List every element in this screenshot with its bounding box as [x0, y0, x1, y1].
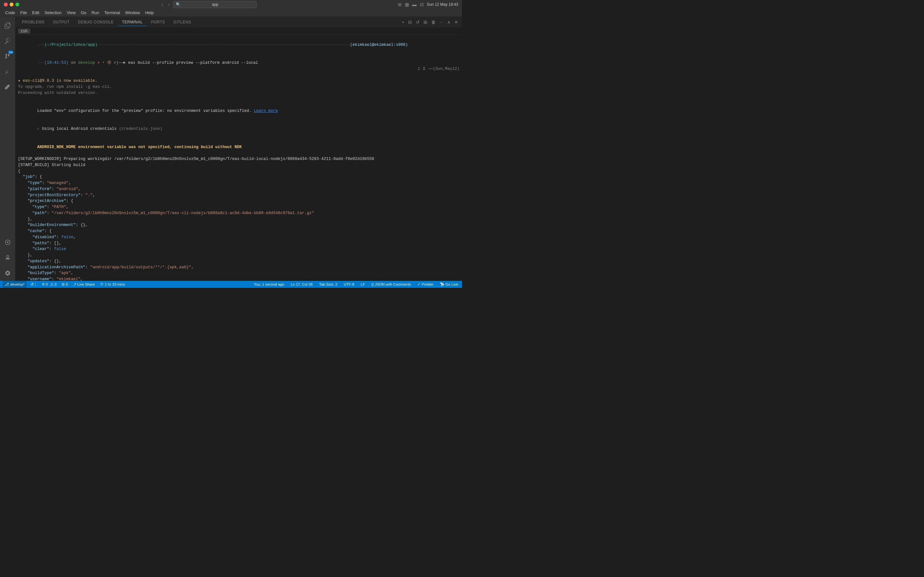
- tab-ports[interactable]: PORTS: [147, 19, 169, 26]
- toggle-panel-button[interactable]: ⊞: [422, 19, 429, 25]
- traffic-lights: [4, 3, 19, 6]
- terminal-json-disabled: "disabled": false,: [18, 234, 459, 240]
- panel-tabs: PROBLEMS OUTPUT DEBUG CONSOLE TERMINAL P…: [15, 17, 462, 28]
- language-label: JSON with Comments: [375, 282, 411, 286]
- back-button[interactable]: ‹: [160, 1, 164, 8]
- git-branch-name: develop*: [10, 282, 25, 286]
- error-count: 0: [46, 282, 48, 286]
- status-bar-right: You, 1 second ago Ln 17, Col 36 Tab Size…: [252, 282, 459, 287]
- activity-source-control[interactable]: 14: [0, 49, 15, 64]
- terminal-json-cache: "cache": {: [18, 228, 459, 234]
- titlebar: ‹ › 🔍 ⊞ ▦ ▬ ⊟ Sun 12 May 19:43: [0, 0, 462, 9]
- tab-size-status[interactable]: Tab Size: 2: [318, 282, 339, 286]
- learn-more-link[interactable]: Learn more: [254, 109, 278, 113]
- live-share-status[interactable]: ↗ Live Share: [72, 282, 96, 287]
- eol-label: LF: [360, 282, 365, 286]
- time-display: Sun 12 May 19:43: [427, 2, 458, 7]
- prettier-icon: ✓: [417, 282, 421, 287]
- new-terminal-button[interactable]: +: [401, 19, 405, 25]
- fullscreen-button[interactable]: [15, 3, 19, 6]
- eol-status[interactable]: LF: [359, 282, 366, 286]
- tab-output[interactable]: OUTPUT: [49, 19, 73, 26]
- minimize-button[interactable]: [10, 3, 13, 6]
- activity-run-debug[interactable]: [0, 64, 15, 79]
- cursor-position-status[interactable]: You, 1 second ago: [252, 282, 286, 286]
- terminal-workingdir: [SETUP_WORKINGDIR] Preparing workingdir …: [18, 156, 459, 162]
- time-ago-status[interactable]: ⏱ 1 hr 33 mins: [99, 282, 126, 286]
- menu-go[interactable]: Go: [78, 10, 89, 16]
- sidebar-toggle-icon[interactable]: ▦: [405, 2, 409, 7]
- clock-icon: ⏱: [100, 282, 104, 286]
- activity-remote[interactable]: [0, 235, 15, 250]
- panel-toggle-icon[interactable]: ▬: [412, 2, 417, 7]
- no-problems-count: 0: [66, 282, 68, 286]
- encoding-status[interactable]: UTF-8: [342, 282, 355, 286]
- brackets-icon: {}: [371, 282, 374, 286]
- menu-run[interactable]: Run: [89, 10, 102, 16]
- terminal-content[interactable]: ┌──(~/Projects/lohce/app)───────────────…: [15, 35, 462, 281]
- terminal-json-archive-path: "path": "/var/folders/g2/lb0h8mns20n5nsl…: [18, 210, 459, 216]
- activity-settings[interactable]: [0, 266, 15, 281]
- prettier-label: Prettier: [422, 282, 433, 286]
- sync-icon: ↺: [31, 282, 34, 287]
- terminal-json-platform: "platform": "android",: [18, 186, 459, 192]
- go-live-status[interactable]: 📡 Go Live: [439, 282, 459, 287]
- terminal-start-build: [START_BUILD] Starting build: [18, 162, 459, 168]
- git-branch-icon: ⎇: [5, 282, 9, 287]
- tab-debug-console[interactable]: DEBUG CONSOLE: [74, 19, 118, 26]
- layout-icon[interactable]: ⊞: [398, 2, 402, 7]
- terminal-json-job: "job": {: [18, 174, 459, 180]
- kill-terminal-button[interactable]: 🗑: [430, 19, 437, 25]
- panel-expand-button[interactable]: ∧: [446, 19, 452, 25]
- terminal-ndk-warn: ANDROID_NDK_HOME environment variable wa…: [18, 138, 459, 156]
- refresh-button[interactable]: ↺: [415, 19, 421, 25]
- terminal-topbar: zsh: [15, 28, 462, 35]
- line-col-status[interactable]: Ln 17, Col 36: [289, 282, 314, 286]
- activity-bar: 14: [0, 17, 15, 281]
- menubar: Code File Edit Selection View Go Run Ter…: [0, 9, 462, 17]
- menu-file[interactable]: File: [18, 10, 29, 16]
- no-problems-icon: ⊘: [61, 282, 65, 287]
- no-problems-status[interactable]: ⊘ 0: [60, 282, 69, 287]
- go-live-label: Go Live: [445, 282, 458, 286]
- menu-edit[interactable]: Edit: [29, 10, 42, 16]
- terminal-blank-1: [18, 96, 459, 102]
- menu-help[interactable]: Help: [142, 10, 156, 16]
- menu-terminal[interactable]: Terminal: [102, 10, 123, 16]
- activity-account[interactable]: [0, 250, 15, 266]
- close-button[interactable]: [4, 3, 8, 6]
- menu-code[interactable]: Code: [3, 10, 18, 16]
- terminal-json-clear: "clear": false: [18, 246, 459, 252]
- activity-search[interactable]: [0, 33, 15, 49]
- terminal-android-creds: ✓ Using local Android credentials (crede…: [18, 120, 459, 138]
- prettier-status[interactable]: ✓ Prettier: [416, 282, 435, 287]
- tab-problems[interactable]: PROBLEMS: [18, 19, 48, 26]
- activity-explorer[interactable]: [0, 18, 15, 33]
- terminal-eas-update: ★ eas-cli@9.0.3 is now available.: [18, 78, 459, 84]
- close-panel-button[interactable]: ✕: [453, 19, 459, 25]
- split-terminal-button[interactable]: ⊟: [407, 19, 413, 25]
- terminal-shell-label[interactable]: zsh: [18, 29, 30, 34]
- tab-gitlens[interactable]: GITLENS: [170, 19, 195, 26]
- menu-view[interactable]: View: [64, 10, 78, 16]
- layout-options-icon[interactable]: ⊟: [420, 2, 424, 7]
- tab-terminal[interactable]: TERMINAL: [118, 19, 147, 26]
- more-actions-button[interactable]: ···: [438, 19, 445, 25]
- terminal-json-rootdir: "projectRootDirectory": ".",: [18, 192, 459, 198]
- error-status[interactable]: ✕ 0 ⚠ 0: [40, 282, 58, 287]
- language-status[interactable]: {} JSON with Comments: [370, 282, 412, 286]
- activity-extensions[interactable]: [0, 79, 15, 95]
- forward-button[interactable]: ›: [167, 1, 171, 8]
- source-control-badge: 14: [8, 51, 13, 54]
- search-input[interactable]: [173, 1, 257, 8]
- git-sync-status[interactable]: ↺ ↓: [29, 282, 38, 287]
- line-col-label: Ln 17, Col 36: [291, 282, 312, 286]
- content-area: PROBLEMS OUTPUT DEBUG CONSOLE TERMINAL P…: [15, 17, 462, 281]
- broadcast-icon: 📡: [440, 282, 444, 287]
- menu-window[interactable]: Window: [123, 10, 142, 16]
- terminal-json-archive-close: },: [18, 216, 459, 222]
- terminal-json-app-archive: "applicationArchivePath": "android/app/b…: [18, 264, 459, 271]
- live-share-label: Live Share: [78, 282, 95, 286]
- git-branch-status[interactable]: ⎇ develop*: [3, 281, 27, 288]
- menu-selection[interactable]: Selection: [42, 10, 64, 16]
